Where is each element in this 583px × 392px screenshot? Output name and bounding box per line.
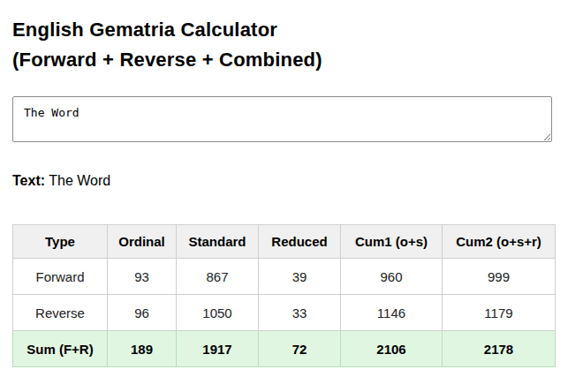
cell-reverse-cum2: 1179	[443, 295, 556, 331]
header-row: Type Ordinal Standard Reduced Cum1 (o+s)…	[13, 225, 556, 259]
cell-sum-reduced: 72	[259, 331, 341, 367]
page-title-line-1: English Gematria Calculator	[12, 15, 571, 45]
results-table: Type Ordinal Standard Reduced Cum1 (o+s)…	[12, 224, 556, 367]
cell-forward-ordinal: 93	[108, 259, 177, 295]
column-header-cum1: Cum1 (o+s)	[341, 225, 443, 259]
input-wrapper: The Word	[12, 96, 571, 142]
cell-forward-cum2: 999	[443, 259, 556, 295]
row-label-reverse: Reverse	[13, 295, 108, 331]
table-row-sum: Sum (F+R) 189 1917 72 2106 2178	[13, 331, 556, 367]
table-row-forward: Forward 93 867 39 960 999	[13, 259, 556, 295]
cell-sum-standard: 1917	[177, 331, 259, 367]
cell-reverse-ordinal: 96	[108, 295, 177, 331]
row-label-sum: Sum (F+R)	[13, 331, 108, 367]
text-summary-value: The Word	[49, 173, 110, 188]
cell-sum-cum1: 2106	[341, 331, 443, 367]
column-header-ordinal: Ordinal	[108, 225, 177, 259]
page-title: English Gematria Calculator (Forward + R…	[12, 15, 571, 75]
page-container: English Gematria Calculator (Forward + R…	[0, 15, 583, 367]
column-header-cum2: Cum2 (o+s+r)	[443, 225, 556, 259]
cell-reverse-cum1: 1146	[341, 295, 443, 331]
column-header-type: Type	[13, 225, 108, 259]
word-text-input[interactable]: The Word	[12, 96, 552, 142]
row-label-forward: Forward	[13, 259, 108, 295]
cell-reverse-reduced: 33	[259, 295, 341, 331]
text-summary: Text: The Word	[12, 172, 571, 189]
cell-forward-reduced: 39	[259, 259, 341, 295]
text-summary-label: Text:	[12, 173, 45, 188]
table-row-reverse: Reverse 96 1050 33 1146 1179	[13, 295, 556, 331]
cell-sum-cum2: 2178	[443, 331, 556, 367]
cell-forward-cum1: 960	[341, 259, 443, 295]
column-header-reduced: Reduced	[259, 225, 341, 259]
cell-forward-standard: 867	[177, 259, 259, 295]
cell-sum-ordinal: 189	[108, 331, 177, 367]
cell-reverse-standard: 1050	[177, 295, 259, 331]
column-header-standard: Standard	[177, 225, 259, 259]
page-title-line-2: (Forward + Reverse + Combined)	[12, 45, 571, 75]
